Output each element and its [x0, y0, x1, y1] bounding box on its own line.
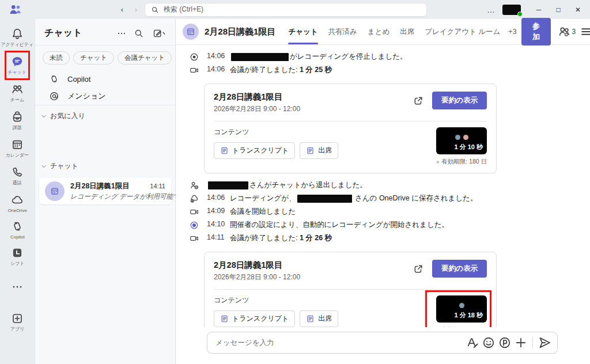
tabs-overflow[interactable]: +3	[505, 28, 520, 36]
show-summary-button[interactable]: 要約の表示	[432, 92, 487, 109]
chat-shortcuts: Copilotメンション	[35, 70, 175, 105]
maximize-button[interactable]: □	[549, 0, 568, 19]
favorites-section-label: お気に入り	[50, 111, 85, 121]
backpack-icon	[11, 111, 24, 123]
doc-lines-icon	[306, 146, 315, 155]
rail-item-activity[interactable]: アクティビティ	[0, 25, 35, 51]
card-title: 2月28日講義1限目	[214, 92, 300, 103]
tab-共有済み[interactable]: 共有済み	[324, 19, 362, 44]
card-action-label: トランスクリプト	[232, 146, 289, 156]
rail-item-more[interactable]	[0, 276, 35, 298]
filter-pill-0[interactable]: 未読	[43, 51, 70, 65]
card-action-label: トランスクリプト	[232, 314, 289, 324]
rail-item-onedrive[interactable]: OneDrive	[0, 191, 35, 215]
titlebar-more-icon[interactable]: …	[480, 5, 502, 14]
back-icon[interactable]: ‹	[118, 5, 126, 14]
rail-item-calendar[interactable]: カレンダー	[0, 135, 35, 161]
tab-ブレイクアウト ルーム[interactable]: ブレイクアウト ルーム	[420, 19, 505, 44]
share-icon[interactable]	[413, 95, 424, 107]
format-icon[interactable]	[466, 336, 479, 350]
attach-plus-icon[interactable]	[514, 336, 528, 350]
message-text: がレコーディングを停止しました。	[290, 52, 407, 62]
teams-logo-icon	[9, 3, 21, 16]
video-camera-icon	[190, 207, 199, 217]
copilot-icon	[49, 74, 59, 84]
show-summary-button[interactable]: 要約の表示	[432, 260, 487, 278]
video-camera-icon	[190, 66, 199, 75]
main-area: 2月28日講義1限目 チャット共有済みまとめ出席ブレイクアウト ルーム +3 参…	[176, 19, 590, 364]
chat-item-time: 14:11	[150, 183, 165, 189]
close-button[interactable]: ✕	[568, 0, 588, 19]
shortcut-メンション[interactable]: メンション	[35, 88, 175, 105]
chats-section-label: チャット	[50, 161, 78, 171]
system-message: 14:06がレコーディングを停止しました。	[190, 52, 590, 65]
rail-item-calls[interactable]: 通話	[0, 163, 35, 189]
ellipsis-icon	[11, 280, 24, 293]
rail-item-label: カレンダー	[6, 152, 29, 158]
chat-filter-more-icon[interactable]	[116, 28, 127, 39]
shortcut-label: Copilot	[67, 75, 90, 84]
card-action-0[interactable]: トランスクリプト	[214, 310, 295, 327]
participant-count: 3	[572, 28, 576, 36]
tab-チャット[interactable]: チャット	[283, 19, 322, 44]
message-thread: 14:06がレコーディングを停止しました。14:06会議が終了しました: 1 分…	[176, 45, 590, 327]
minimize-button[interactable]: ─	[529, 0, 549, 19]
message-text: 会議が終了しました:	[230, 65, 300, 75]
message-text: レコーディングが、	[230, 194, 296, 203]
card-action-label: 出席	[318, 314, 332, 324]
chevron-down-icon	[41, 113, 47, 119]
forward-icon[interactable]: ›	[132, 5, 140, 14]
share-icon[interactable]	[413, 263, 424, 275]
card-action-1[interactable]: 出席	[300, 310, 338, 327]
shortcut-copilot[interactable]: Copilot	[35, 70, 175, 88]
recording-column: 1 分 18 秒 有効期限: 180 日	[436, 295, 487, 327]
rail-item-copilot[interactable]: Copilot	[0, 217, 35, 242]
phone-icon	[11, 166, 24, 179]
global-search[interactable]: 検索 (Ctrl+E)	[145, 3, 427, 17]
tab-まとめ[interactable]: まとめ	[363, 19, 394, 44]
recording-thumbnail[interactable]: 1 分 10 秒	[436, 127, 487, 154]
recording-duration: 1 分 18 秒	[454, 311, 483, 320]
cloud-save-icon	[190, 194, 199, 203]
message-input[interactable]	[215, 339, 466, 347]
meeting-card: 2月28日講義1限目 2026年2月28日 9:00 - 12:00 要約の表示…	[204, 84, 497, 173]
emoji-icon[interactable]	[482, 336, 496, 350]
app-rail: アクティビティチャットチーム課題カレンダー通話OneDriveCopilotシフ…	[0, 19, 35, 364]
chat-list-item[interactable]: 2月28日講義1限目 14:11 レコーディング データが利用可能です	[39, 178, 171, 204]
chats-section-header[interactable]: チャット	[35, 156, 175, 176]
conversation-list-icon[interactable]	[579, 24, 590, 39]
divider	[214, 121, 487, 122]
participants-button[interactable]: 3	[557, 24, 577, 39]
message-time: 14:06	[207, 65, 225, 73]
teams-window: ‹ › 検索 (Ctrl+E) … ─ □ ✕ アクティビティチャットチーム課題…	[0, 0, 590, 364]
composer-icons	[466, 336, 551, 350]
filter-pill-1[interactable]: チャット	[73, 51, 114, 65]
rail-item-apps[interactable]: アプリ	[0, 309, 35, 335]
card-action-0[interactable]: トランスクリプト	[214, 142, 295, 159]
chat-tabs: チャット共有済みまとめ出席ブレイクアウト ルーム	[283, 19, 505, 44]
favorites-section-header[interactable]: お気に入り	[35, 105, 175, 126]
stop-record-icon	[190, 52, 199, 62]
meeting-avatar-icon	[45, 181, 65, 201]
composer-area	[176, 327, 590, 364]
rail-item-chat[interactable]: チャット	[0, 52, 35, 78]
rail-item-assignments[interactable]: 課題	[0, 108, 35, 134]
avatar[interactable]	[502, 5, 521, 15]
system-message: 14:10開催者の設定により、自動的にレコーディングが開始されました。	[190, 220, 590, 233]
join-button[interactable]: 参加	[521, 18, 551, 46]
message-time: 14:09	[207, 207, 225, 215]
recording-thumbnail[interactable]: 1 分 18 秒	[436, 295, 487, 323]
calendar-icon	[11, 138, 24, 151]
rail-item-shifts[interactable]: シフト	[0, 244, 35, 270]
message-text: さんの OneDrive に保存されました。	[353, 194, 478, 203]
card-action-1[interactable]: 出席	[300, 142, 338, 159]
chat-filled-icon	[11, 55, 24, 68]
filter-pill-2[interactable]: 会議チャット	[118, 51, 172, 65]
rail-item-teams[interactable]: チーム	[0, 80, 35, 106]
chat-search-icon[interactable]	[134, 28, 144, 39]
copilot-icon	[11, 220, 24, 233]
send-icon[interactable]	[538, 336, 551, 350]
message-extension-icon[interactable]	[498, 336, 512, 350]
tab-出席[interactable]: 出席	[395, 19, 419, 44]
new-chat-icon[interactable]	[151, 28, 168, 39]
